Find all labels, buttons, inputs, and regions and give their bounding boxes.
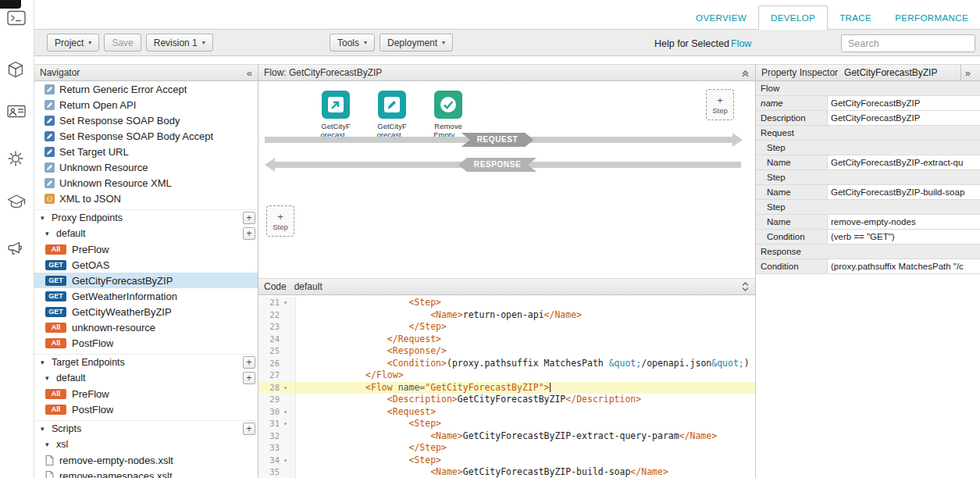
inspector-field-value[interactable]: GetCityForecastByZIP-build-soap <box>828 185 980 199</box>
add-step-button-bottom[interactable]: + Step <box>266 205 294 237</box>
group-item-xsl[interactable]: ▾xsl <box>34 437 258 452</box>
inspector-field-value[interactable]: remove-empty-nodes <box>828 215 980 229</box>
collapse-inspector-icon[interactable]: » <box>960 65 975 80</box>
code-line[interactable]: 27 </Flow> <box>258 369 755 382</box>
tab-trace[interactable]: TRACE <box>828 7 883 29</box>
code-line[interactable]: 28▾ <Flow name="GetCityForecastByZIP"> <box>258 382 755 394</box>
fold-marker-icon <box>280 345 291 358</box>
code-panel: Code default 21▾ <Step>22 <Name>return-o… <box>258 278 755 478</box>
code-line[interactable]: 22 <Name>return-open-api</Name> <box>258 309 755 322</box>
flow-item-preflow[interactable]: AllPreFlow <box>34 386 258 401</box>
code-line[interactable]: 31▾ <Step> <box>258 418 755 430</box>
inspector-field-label: Condition <box>756 259 828 273</box>
add-target-endpoints-button[interactable]: + <box>243 356 255 369</box>
code-editor[interactable]: 21▾ <Step>22 <Name>return-open-api</Name… <box>258 295 755 478</box>
policy-item[interactable]: Unknown Resource <box>34 159 258 175</box>
policy-item[interactable]: Set Target URL <box>34 144 258 159</box>
policy-item[interactable]: {}XML to JSON <box>34 191 258 206</box>
group-item-default[interactable]: ▾default+ <box>34 370 258 386</box>
inspector-field-row: Condition(proxy.pathsuffix MatchesPath "… <box>756 259 980 274</box>
tab-develop[interactable]: DEVELOP <box>758 5 828 30</box>
code-line[interactable]: 26 <Condition>(proxy.pathsuffix MatchesP… <box>258 358 755 370</box>
flow-step[interactable]: GetCityF orecast... <box>315 91 357 139</box>
add-flow-button[interactable]: + <box>243 227 255 240</box>
file-icon <box>45 471 55 478</box>
inspector-field-value[interactable]: (verb == "GET") <box>828 230 980 244</box>
apigee-develop-screen: OVERVIEWDEVELOPTRACEPERFORMANCE Project▾… <box>0 0 980 478</box>
announcements-megaphone-icon[interactable] <box>7 240 24 260</box>
terminal-icon[interactable] <box>7 10 26 29</box>
tab-performance[interactable]: PERFORMANCE <box>883 7 980 29</box>
code-line[interactable]: 35 <Name>GetCityForecastByZIP-build-soap… <box>258 466 755 478</box>
code-line[interactable]: 25 <Response/> <box>258 345 755 358</box>
line-gutter: 29 <box>258 394 296 406</box>
fold-marker-icon[interactable]: ▾ <box>280 455 291 467</box>
collapse-navigator-icon[interactable]: « <box>247 67 252 79</box>
settings-gear-icon[interactable] <box>7 150 24 170</box>
svg-text:{}: {} <box>46 195 53 202</box>
flow-step[interactable]: Remove Empty ... <box>427 91 469 139</box>
plus-icon: + <box>717 95 723 106</box>
group-item-default[interactable]: ▾default+ <box>34 226 258 241</box>
add-step-label: Step <box>273 223 288 231</box>
section-proxy-endpoints[interactable]: ▾Proxy Endpoints+ <box>34 209 258 225</box>
code-line[interactable]: 23 </Step> <box>258 321 755 334</box>
tab-overview[interactable]: OVERVIEW <box>684 7 758 29</box>
add-scripts-button[interactable]: + <box>243 423 255 435</box>
save-button[interactable]: Save <box>104 34 141 52</box>
policy-item[interactable]: Set Response SOAP Body Accept <box>34 128 258 144</box>
collapse-triangle-icon: ▾ <box>45 374 52 382</box>
classroom-icon[interactable] <box>7 105 26 123</box>
collapse-flow-panel-icon[interactable] <box>741 69 750 77</box>
add-flow-button[interactable]: + <box>243 372 255 384</box>
revision-menu-button[interactable]: Revision 1▾ <box>146 34 213 52</box>
add-step-button-top[interactable]: + Step <box>706 89 734 120</box>
inspector-field-value[interactable]: GetCityForecastByZIP-extract-qu <box>828 155 980 169</box>
script-file-item[interactable]: remove-empty-nodes.xslt <box>34 452 258 468</box>
search-input[interactable] <box>841 34 975 52</box>
code-line[interactable]: 34▾ <Step> <box>258 455 755 467</box>
inspector-field-value[interactable]: GetCityForecastByZIP <box>828 96 980 110</box>
education-cap-icon[interactable] <box>7 194 26 212</box>
policy-item[interactable]: Return Generic Error Accept <box>34 81 258 97</box>
add-proxy-endpoints-button[interactable]: + <box>243 212 255 224</box>
tools-menu-button[interactable]: Tools▾ <box>330 34 375 52</box>
flow-item-getcityforecastbyzip[interactable]: GETGetCityForecastByZIP <box>34 273 258 288</box>
code-line[interactable]: 30▾ <Request> <box>258 406 755 419</box>
fold-marker-icon[interactable]: ▾ <box>280 297 291 309</box>
code-line[interactable]: 24 </Request> <box>258 334 755 346</box>
fold-marker-icon[interactable]: ▾ <box>280 406 291 419</box>
code-line[interactable]: 33 </Step> <box>258 442 755 455</box>
code-line[interactable]: 21▾ <Step> <box>258 297 755 309</box>
resize-code-panel-icon[interactable] <box>741 282 750 291</box>
code-text: <Name>GetCityForecastByZIP-build-soap</N… <box>296 466 668 478</box>
flow-step[interactable]: GetCityF orecast... <box>371 91 413 139</box>
flow-panel-header: Flow: GetCityForecastByZIP <box>258 64 755 81</box>
policy-icon <box>45 147 55 157</box>
project-menu-button[interactable]: Project▾ <box>47 34 99 52</box>
deployment-menu-button[interactable]: Deployment▾ <box>380 34 453 52</box>
flow-item-preflow[interactable]: AllPreFlow <box>34 241 258 257</box>
inspector-field-value[interactable]: GetCityForecastByZIP <box>828 111 980 125</box>
help-flow-link[interactable]: Flow <box>731 38 751 49</box>
fold-marker-icon <box>280 358 291 370</box>
code-line[interactable]: 29 <Description>GetCityForecastByZIP</De… <box>258 394 755 406</box>
inspector-field-value[interactable]: (proxy.pathsuffix MatchesPath "/c <box>828 259 980 273</box>
section-target-endpoints[interactable]: ▾Target Endpoints+ <box>34 354 258 369</box>
flow-item-getcityweatherbyzip[interactable]: GETGetCityWeatherByZIP <box>34 304 258 319</box>
flow-item-getweatherinformation[interactable]: GETGetWeatherInformation <box>34 288 258 304</box>
main-area: OVERVIEWDEVELOPTRACEPERFORMANCE Project▾… <box>34 0 980 478</box>
fold-marker-icon[interactable]: ▾ <box>280 418 291 430</box>
flow-item-getoas[interactable]: GETGetOAS <box>34 257 258 273</box>
script-file-item[interactable]: remove-namespaces.xslt <box>34 468 258 478</box>
api-proxies-cube-icon[interactable] <box>7 61 24 81</box>
fold-marker-icon[interactable]: ▾ <box>280 382 291 394</box>
flow-item-postflow[interactable]: AllPostFlow <box>34 335 258 351</box>
flow-item-unknown-resource[interactable]: Allunknown-resource <box>34 319 258 335</box>
policy-item[interactable]: Return Open API <box>34 97 258 112</box>
flow-item-postflow[interactable]: AllPostFlow <box>34 401 258 417</box>
section-scripts[interactable]: ▾Scripts+ <box>34 420 258 436</box>
policy-item[interactable]: Set Response SOAP Body <box>34 112 258 128</box>
code-line[interactable]: 32 <Name>GetCityForecastByZIP-extract-qu… <box>258 430 755 443</box>
policy-item[interactable]: Unknown Resource XML <box>34 175 258 191</box>
